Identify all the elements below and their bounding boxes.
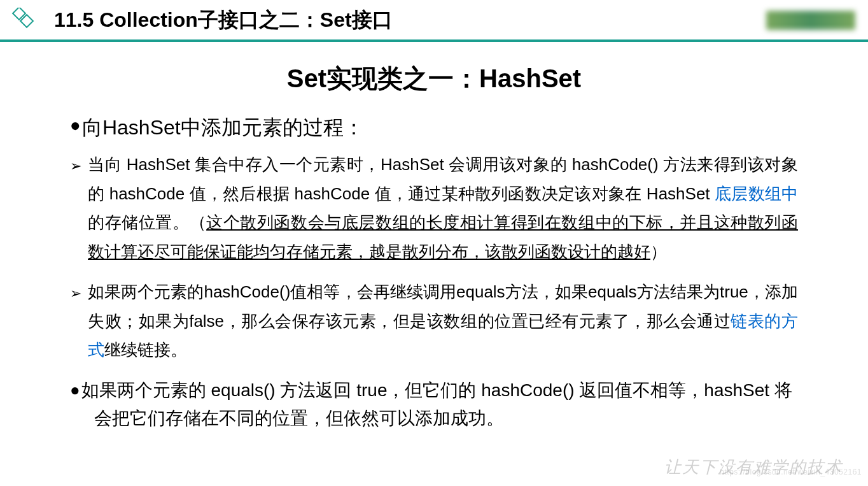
section-heading: ● 向HashSet中添加元素的过程： bbox=[70, 112, 798, 143]
point-3-text: 如果两个元素的 equals() 方法返回 true，但它们的 hashCode… bbox=[81, 376, 798, 434]
text-segment: ） bbox=[650, 242, 667, 261]
watermark-url: https://blog.csdn.net/weixin_43052161 bbox=[720, 468, 862, 476]
header-right-logo bbox=[766, 11, 855, 30]
section-heading-text: 向HashSet中添加元素的过程： bbox=[82, 112, 364, 143]
point-1: ➢ 当向 HashSet 集合中存入一个元素时，HashSet 会调用该对象的 … bbox=[70, 150, 798, 266]
text-segment: 继续链接。 bbox=[104, 340, 187, 359]
point-1-text: 当向 HashSet 集合中存入一个元素时，HashSet 会调用该对象的 ha… bbox=[88, 150, 798, 266]
point-2-text: 如果两个元素的hashCode()值相等，会再继续调用equals方法，如果eq… bbox=[88, 278, 798, 365]
arrow-icon: ➢ bbox=[70, 282, 81, 306]
point-2: ➢ 如果两个元素的hashCode()值相等，会再继续调用equals方法，如果… bbox=[70, 278, 798, 365]
main-title: Set实现类之一：HashSet bbox=[0, 61, 868, 96]
bullet-icon: ● bbox=[70, 378, 80, 403]
blue-text: 底层数组中 bbox=[715, 184, 798, 203]
point-3: ● 如果两个元素的 equals() 方法返回 true，但它们的 hashCo… bbox=[70, 376, 798, 434]
text-segment: 如果两个元素的hashCode()值相等，会再继续调用equals方法，如果eq… bbox=[88, 282, 798, 331]
text-segment: 的存储位置。（ bbox=[88, 213, 206, 232]
header-title: 11.5 Collection子接口之二：Set接口 bbox=[54, 6, 766, 34]
arrow-icon: ➢ bbox=[70, 154, 81, 179]
diamond-logo-icon bbox=[10, 8, 35, 33]
content-area: ● 向HashSet中添加元素的过程： ➢ 当向 HashSet 集合中存入一个… bbox=[0, 112, 868, 433]
slide-header: 11.5 Collection子接口之二：Set接口 bbox=[0, 0, 868, 42]
text-segment: 当向 HashSet 集合中存入一个元素时，HashSet 会调用该对象的 ha… bbox=[88, 155, 798, 203]
bullet-icon: ● bbox=[70, 112, 81, 139]
